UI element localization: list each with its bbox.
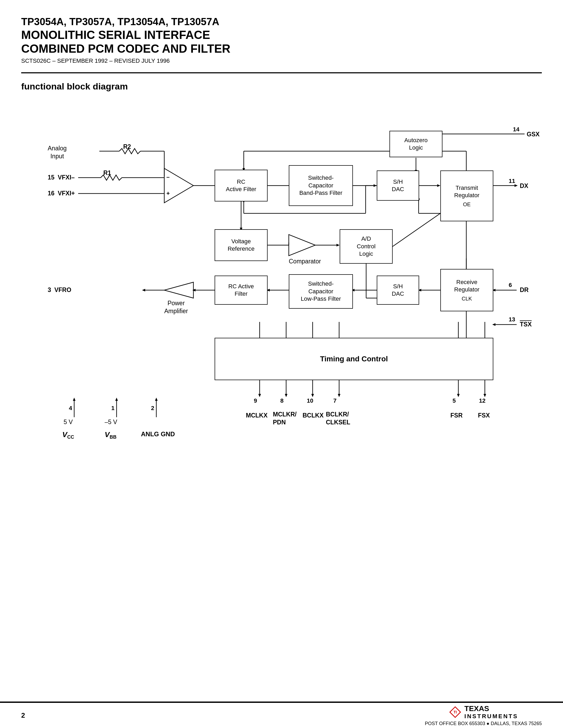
sh-dac-top-box: S/H DAC (377, 170, 419, 201)
header: TP3054A, TP3057A, TP13054A, TP13057A MON… (21, 16, 542, 64)
anlg-gnd-label: ANLG GND (141, 430, 175, 438)
svg-marker-76 (484, 394, 486, 397)
vbb-v: V (105, 430, 110, 439)
timing-control-box: Timing and Control (214, 338, 493, 380)
svg-marker-13 (374, 184, 377, 187)
section-title: functional block diagram (21, 81, 542, 92)
transmit-regulator-box: Transmit Regulator OE (440, 170, 493, 221)
svg-marker-50 (164, 282, 193, 298)
rc-active-filter-top-box: RC Active Filter (214, 170, 267, 201)
r1-label: R1 (103, 169, 111, 177)
vfro-label: 3 VFRO (48, 286, 71, 294)
svg-marker-66 (258, 394, 261, 397)
title-line1: TP3054A, TP3057A, TP13054A, TP13057A (21, 16, 542, 28)
comparator-label: Comparator (289, 258, 321, 265)
ti-address: POST OFFICE BOX 655303 ● DALLAS, TEXAS 7… (425, 721, 542, 726)
svg-marker-68 (285, 394, 288, 397)
svg-marker-6 (164, 168, 193, 203)
diagram-container: – + (21, 100, 546, 497)
bottom-bar: 2 TI TEXAS INSTRUMENTS POST OFFICE BOX 6… (0, 702, 563, 728)
pin11-num: 11 (509, 178, 515, 185)
ti-name: TEXAS (465, 704, 518, 713)
pin15-label: 15 (48, 174, 55, 181)
mclkx-label: MCLKX (246, 412, 267, 419)
header-subtitle: SCTS026C – SEPTEMBER 1992 – REVISED JULY… (21, 57, 542, 64)
ad-control-logic-box: A/D Control Logic (340, 229, 393, 264)
neg-five-v-label: –5 V (105, 419, 117, 426)
vcc-v: V (62, 430, 67, 439)
tsx-signal-label: TSX (520, 321, 532, 328)
ti-logo-icon: TI (449, 705, 462, 719)
svg-marker-17 (515, 184, 518, 187)
r2-label: R2 (123, 143, 131, 150)
svg-marker-72 (338, 394, 341, 397)
header-divider (21, 72, 542, 73)
switched-cap-lpf-box: Switched- Capacitor Low-Pass Filter (289, 274, 353, 309)
dr-signal-label: DR (520, 286, 529, 294)
bclkr-clksel-label: BCLKR/ CLKSEL (326, 411, 350, 426)
svg-text:+: + (166, 190, 170, 197)
receive-regulator-box: Receive Regulator CLK (440, 269, 493, 311)
svg-line-39 (393, 213, 440, 246)
svg-marker-52 (142, 289, 145, 291)
title-line3: COMBINED PCM CODEC AND FILTER (21, 42, 542, 56)
fsx-label: FSX (478, 412, 490, 419)
dx-signal-label: DX (520, 182, 528, 190)
svg-text:TI: TI (454, 710, 457, 714)
title-line2: MONOLITHIC SERIAL INTERFACE (21, 28, 542, 42)
vcc-label: VCC (62, 430, 74, 440)
fsr-label: FSR (450, 412, 463, 419)
gsx-signal-label: GSX (527, 131, 540, 138)
pin12-num: 12 (479, 397, 485, 404)
sh-dac-bot-box: S/H DAC (377, 276, 419, 305)
pin2-num: 2 (151, 405, 154, 412)
mclkr-pdn-label: MCLKR/ PDN (273, 411, 297, 426)
pin3-label-vfro: 3 (48, 286, 51, 293)
svg-marker-56 (492, 323, 495, 326)
page-number: 2 (21, 711, 25, 720)
analog-input-label: Analog Input (48, 145, 67, 160)
vbb-label: VBB (105, 430, 117, 440)
pin1-num: 1 (111, 405, 114, 412)
vfxi-minus-label: 15 VFXI– (48, 174, 75, 181)
pin5-num: 5 (453, 397, 456, 404)
ti-logo: TI TEXAS INSTRUMENTS POST OFFICE BOX 655… (425, 704, 542, 726)
switched-cap-bpf-box: Switched- Capacitor Band-Pass Filter (289, 165, 353, 206)
svg-marker-78 (73, 398, 75, 401)
bclkx-label: BCLKX (303, 412, 324, 419)
pin13-num: 13 (509, 316, 515, 323)
five-v-label: 5 V (64, 419, 73, 426)
autozero-logic-box: Autozero Logic (390, 131, 443, 157)
svg-marker-80 (115, 398, 118, 401)
ti-instruments: INSTRUMENTS (465, 713, 518, 720)
svg-marker-38 (337, 244, 340, 246)
pin6-num: 6 (509, 282, 512, 289)
svg-marker-36 (289, 235, 315, 256)
pin16-label: 16 (48, 190, 55, 197)
svg-marker-74 (457, 394, 460, 397)
svg-marker-70 (311, 394, 314, 397)
pin8-num: 8 (280, 397, 284, 404)
svg-marker-49 (192, 289, 195, 291)
svg-text:–: – (166, 174, 169, 180)
rc-active-filter-bot-box: RC Active Filter (214, 276, 267, 305)
pin14-num: 14 (513, 126, 519, 133)
pin10-num: 10 (307, 397, 313, 404)
vfxi-plus-label: 16 VFXI+ (48, 190, 75, 197)
pin9-num: 9 (254, 397, 257, 404)
pin4-num: 4 (69, 405, 72, 412)
svg-marker-82 (155, 398, 158, 401)
page: TP3054A, TP3057A, TP13054A, TP13057A MON… (0, 0, 563, 728)
svg-marker-15 (437, 184, 440, 187)
pin7-num: 7 (333, 397, 337, 404)
power-amplifier-label: Power Amplifier (164, 299, 188, 315)
voltage-reference-box: Voltage Reference (214, 229, 267, 261)
